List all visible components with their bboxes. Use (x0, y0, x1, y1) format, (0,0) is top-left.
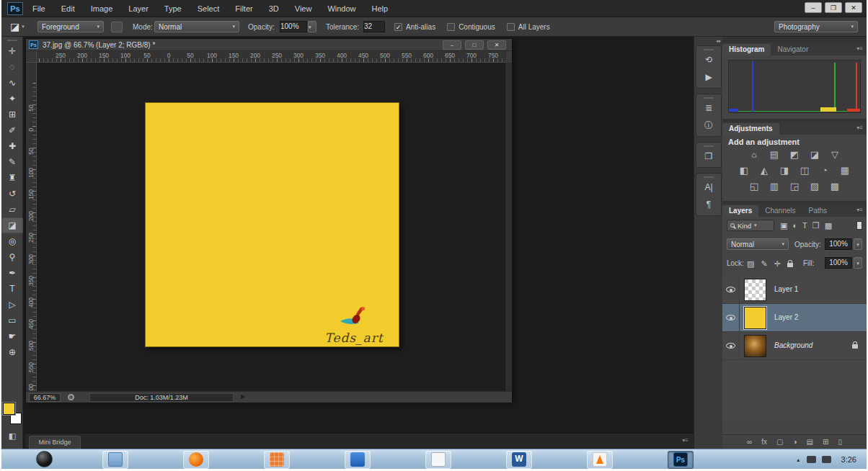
path-selection-tool[interactable]: ▷ (1, 297, 23, 313)
layer-row-background[interactable]: Background (722, 332, 867, 360)
quick-selection-tool[interactable]: ✦ (1, 91, 23, 107)
curves-adjustment-icon[interactable]: ◩ (788, 149, 802, 161)
panel-menu-icon[interactable]: ▾≡ (856, 207, 863, 213)
brush-tool[interactable]: ✎ (1, 154, 23, 170)
checkbox-contiguous[interactable]: Contiguous (447, 23, 495, 31)
pen-tool[interactable]: ✒ (1, 265, 23, 281)
color-balance-adjustment-icon[interactable]: ◭ (758, 165, 771, 176)
color-lookup-adjustment-icon[interactable]: ▦ (838, 165, 852, 176)
clone-stamp-tool[interactable]: ♜ (1, 170, 23, 186)
visibility-toggle[interactable] (722, 332, 740, 359)
selective-color-adjustment-icon[interactable]: ▩ (828, 181, 842, 192)
channel-mixer-adjustment-icon[interactable]: ◔ (818, 165, 832, 176)
checkbox-all-layers[interactable]: All Layers (507, 23, 550, 31)
properties-panel-icon[interactable]: ≣ (696, 99, 721, 117)
filter-smart-objects-icon[interactable]: ▩ (825, 220, 832, 231)
app-orange-taskbar-button[interactable] (264, 451, 290, 469)
zoom-level-input[interactable]: 66.67% (29, 393, 61, 402)
visibility-toggle[interactable] (722, 276, 740, 303)
firefox-taskbar-button[interactable] (183, 451, 209, 469)
layer-filter-kind-dropdown[interactable]: Kind ▾ (727, 220, 774, 231)
crop-tool[interactable]: ⊞ (1, 107, 23, 122)
layer-filter-toggle[interactable] (856, 221, 862, 230)
delete-layer-icon[interactable]: ▯ (838, 438, 842, 446)
opacity-input[interactable]: 100% (280, 21, 307, 32)
display-tray-icon[interactable] (807, 456, 816, 463)
clone-source-panel-icon[interactable]: ❐ (696, 148, 721, 165)
mode-dropdown[interactable]: Normal▾ (154, 21, 239, 32)
menu-view[interactable]: View (287, 4, 320, 13)
eraser-tool[interactable]: ▱ (1, 202, 23, 217)
tab-channels[interactable]: Channels (758, 205, 802, 217)
levels-adjustment-icon[interactable]: ▤ (768, 149, 781, 161)
panel-menu-icon[interactable]: ▾≡ (856, 45, 863, 52)
gradient-map-adjustment-icon[interactable]: ▨ (808, 181, 822, 192)
blend-mode-dropdown[interactable]: Normal▾ (727, 238, 789, 250)
panel-menu-icon[interactable]: ▾≡ (856, 125, 863, 131)
tools-panel-grip[interactable] (1, 37, 22, 43)
document-titlebar[interactable]: Ps 37.jpg @ 66.7% (Layer 2; RGB/8) * –□✕ (26, 39, 512, 51)
menu-type[interactable]: Type (156, 4, 190, 13)
black-white-adjustment-icon[interactable]: ◨ (778, 165, 792, 176)
tab-adjustments[interactable]: Adjustments (722, 123, 779, 135)
photo-filter-adjustment-icon[interactable]: ◫ (798, 165, 812, 176)
paint-bucket-tool-preset[interactable]: ◪ ▾ (10, 21, 25, 32)
menu-image[interactable]: Image (83, 4, 121, 13)
eyedropper-tool[interactable]: ✐ (1, 122, 23, 138)
fill-source-dropdown[interactable]: Foreground▾ (37, 21, 104, 32)
filter-pixel-layers-icon[interactable]: ▣ (780, 220, 787, 231)
new-layer-icon[interactable]: ⊞ (823, 438, 828, 446)
foreground-color-swatch[interactable] (3, 403, 15, 415)
posterize-adjustment-icon[interactable]: ▥ (768, 181, 781, 192)
canvas[interactable]: Teds_art (145, 102, 399, 347)
history-brush-tool[interactable]: ↺ (1, 186, 23, 202)
hidden-icons-chevron[interactable]: ▲ (796, 457, 801, 462)
history-panel-icon[interactable]: ⟲ (696, 51, 721, 68)
hue-saturation-adjustment-icon[interactable]: ◧ (738, 165, 751, 176)
type-tool[interactable]: T (1, 281, 23, 297)
rectangle-tool[interactable]: ▭ (1, 313, 23, 328)
actions-panel-icon[interactable]: ▶ (696, 68, 721, 86)
lock-position-icon[interactable]: ✛ (774, 258, 781, 269)
close-button[interactable]: ✕ (845, 2, 862, 13)
threshold-adjustment-icon[interactable]: ◲ (788, 181, 802, 192)
marquee-tool[interactable]: ◌ (1, 59, 23, 75)
vibrance-adjustment-icon[interactable]: ▽ (828, 149, 842, 161)
menu-edit[interactable]: Edit (53, 4, 83, 13)
maximize-button[interactable]: ❐ (825, 2, 842, 13)
workspace-switcher[interactable]: Photography▾ (774, 21, 858, 32)
vertical-scrollbar[interactable] (505, 63, 512, 391)
fill-input[interactable]: 100% (825, 257, 852, 269)
lock-all-icon[interactable] (787, 258, 793, 269)
menu-help[interactable]: Help (364, 4, 397, 13)
blur-tool[interactable]: ◎ (1, 233, 23, 249)
quick-mask-button[interactable]: ◧ (1, 429, 23, 443)
filter-adjustment-layers-icon[interactable]: ◐ (792, 220, 797, 231)
lock-pixels-icon[interactable]: ✎ (761, 258, 767, 269)
exposure-adjustment-icon[interactable]: ◪ (808, 149, 822, 161)
status-menu-arrow-icon[interactable]: ▶ (241, 393, 245, 400)
character-panel-icon[interactable]: A| (696, 179, 721, 196)
menu-layer[interactable]: Layer (120, 4, 156, 13)
invert-adjustment-icon[interactable]: ◱ (748, 181, 761, 192)
vlc-taskbar-button[interactable] (587, 451, 613, 469)
menu-filter[interactable]: Filter (227, 4, 260, 13)
expand-panels-icon[interactable]: ◂◂ (716, 38, 719, 44)
healing-brush-tool[interactable]: ✚ (1, 138, 23, 154)
new-group-icon[interactable]: ▤ (807, 438, 813, 446)
menu-file[interactable]: File (25, 4, 53, 13)
layer-row-layer-2[interactable]: Layer 2 (722, 304, 867, 332)
tolerance-input[interactable]: 32 (363, 21, 385, 32)
visibility-toggle[interactable] (722, 304, 740, 331)
zoom-tool[interactable]: ⊕ (1, 344, 23, 360)
menu-select[interactable]: Select (190, 4, 228, 13)
taskbar-clock[interactable]: 3:26 (841, 455, 856, 464)
tab-paths[interactable]: Paths (802, 205, 834, 217)
add-layer-mask-icon[interactable]: ▢ (776, 438, 783, 446)
minimize-button[interactable]: – (805, 2, 822, 13)
new-adjustment-layer-icon[interactable]: ◑ (792, 438, 797, 446)
app-white-taskbar-button[interactable] (425, 451, 451, 469)
menu-3d[interactable]: 3D (261, 4, 287, 13)
tab-navigator[interactable]: Navigator (771, 44, 815, 55)
mini-bridge-collapse-icon[interactable]: ▾≡ (682, 437, 688, 444)
